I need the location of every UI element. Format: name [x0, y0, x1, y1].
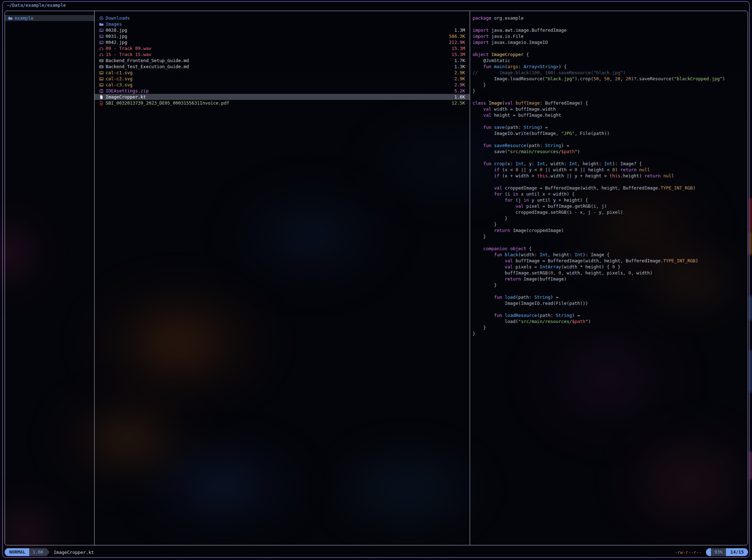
file-name: 09 - Track 09.wav	[106, 45, 447, 51]
file-row[interactable]: 09 - Track 09.wav15.3M	[95, 45, 470, 51]
code-line: }	[473, 233, 746, 239]
file-row[interactable]: ImageCropper.kt1.6K	[95, 94, 470, 100]
code-line: val buffImage = BufferedImage(width, hei…	[473, 258, 746, 264]
preview-pane[interactable]: package org.example import java.awt.imag…	[470, 11, 748, 545]
file-name: 15 - Track 15.wav	[106, 51, 447, 57]
code-line	[473, 306, 746, 312]
file-size: 15.3M	[451, 51, 465, 57]
file-name: ImageCropper.kt	[106, 94, 450, 100]
file-row[interactable]: IDEAsettings.zip5.2K	[95, 88, 470, 94]
code-line: return Image(buffImage)	[473, 276, 746, 282]
file-row[interactable]: Backend_Test_Execution_Guide.md1.3K	[95, 64, 470, 70]
file-name: 0031.jpg	[106, 33, 445, 39]
file-name: cal-c3.svg	[106, 82, 450, 88]
code-line: }	[473, 215, 746, 221]
permissions-text: -rw-r--r--	[675, 550, 702, 555]
file-name: Downloads	[106, 15, 465, 21]
status-right: -rw-r--r-- 93% 14/15	[675, 548, 748, 556]
code-line: return Image(croppedImage)	[473, 227, 746, 233]
code-line: for (j in y until y + height) {	[473, 197, 746, 203]
status-left: NORMAL 1.6K ImageCropper.kt	[5, 548, 94, 556]
pdf-icon	[99, 101, 104, 105]
file-size: 1.6K	[454, 94, 465, 100]
file-name: cal-c2.svg	[106, 76, 450, 82]
audio-icon	[99, 52, 104, 57]
file-row[interactable]: Images	[95, 21, 470, 27]
file-row[interactable]: Backend_Frontend_Setup_Guide.md1.7K	[95, 57, 470, 64]
folder-icon	[8, 16, 12, 20]
code-line: save("src/main/resources/$path")	[473, 148, 746, 155]
file-row[interactable]: SBI_0032013739_2023_DE05_0003155631Invoi…	[95, 100, 470, 106]
code-line: }	[473, 82, 746, 88]
image-icon	[99, 77, 104, 81]
code-line: object ImageCropper {	[473, 51, 746, 57]
file-size: 1.3M	[454, 27, 465, 33]
code-line: val width = buffImage.width	[473, 106, 746, 112]
file-size: 15.3M	[451, 45, 465, 51]
file-row[interactable]: example	[5, 15, 94, 21]
mode-badge: NORMAL	[5, 548, 29, 556]
file-name: SBI_0032013739_2023_DE05_0003155631Invoi…	[106, 100, 447, 106]
file-size: 1.3K	[454, 64, 465, 70]
image-icon	[99, 83, 104, 87]
code-line: val height = buffImage.height	[473, 112, 746, 118]
file-row[interactable]: 0028.jpg1.3M	[95, 27, 470, 33]
file-size: 5.2K	[454, 88, 465, 94]
code-line: package org.example	[473, 15, 746, 21]
file-name: IDEAsettings.zip	[106, 88, 450, 94]
code-line: }	[473, 282, 746, 288]
image-icon	[99, 71, 104, 75]
file-row[interactable]: 0042.jpg212.9K	[95, 39, 470, 45]
file-size: 12.5K	[451, 100, 465, 106]
code-line: }	[473, 221, 746, 227]
status-bar: NORMAL 1.6K ImageCropper.kt -rw-r--r-- 9…	[5, 548, 748, 556]
code-line: ImageIO.write(buffImage, "JPG", File(pat…	[473, 130, 746, 136]
file-row[interactable]: cal-c1.svg2.9K	[95, 70, 470, 76]
markdown-icon	[99, 59, 104, 63]
markdown-icon	[99, 65, 104, 69]
code-line: fun main(args: Array<String>) {	[473, 64, 746, 70]
file-size: 2.9K	[454, 70, 465, 76]
file-size-badge: 1.6K	[29, 548, 46, 556]
code-line: import java.io.File	[473, 33, 746, 39]
code-line: if (x < 0 || y < 0 || width < 0 || heigh…	[473, 167, 746, 173]
file-row[interactable]: Downloads	[95, 15, 470, 21]
file-list-pane[interactable]: DownloadsImages0028.jpg1.3M0031.jpg586.3…	[94, 11, 470, 545]
code-line: fun crop(x: Int, y: Int, width: Int, hei…	[473, 161, 746, 167]
code-line	[473, 118, 746, 124]
code-line: fun save(path: String) =	[473, 124, 746, 130]
code-line	[473, 136, 746, 142]
file-size: 2.9K	[454, 82, 465, 88]
file-size: 2.9K	[454, 76, 465, 82]
code-line: val croppedImage = BufferedImage(width, …	[473, 185, 746, 191]
powerline-arrow-icon	[46, 548, 50, 556]
code-line: import java.awt.image.BufferedImage	[473, 27, 746, 33]
code-line	[473, 155, 746, 161]
code-line: Image(ImageIO.read(File(path)))	[473, 300, 746, 306]
image-icon	[99, 28, 104, 32]
code-line: // Image.black(100, 100).saveResource("b…	[473, 70, 746, 76]
file-row[interactable]: 0031.jpg586.3K	[95, 33, 470, 39]
window-title: ~/Data/example/example	[7, 2, 66, 8]
file-name: 0028.jpg	[106, 27, 450, 33]
code-line	[473, 45, 746, 51]
code-line: import javax.imageio.ImageIO	[473, 39, 746, 45]
code-line: Image.loadResource("black.jpg").crop(50,…	[473, 76, 746, 82]
code-line: val pixels = IntArray(width * height) { …	[473, 264, 746, 270]
zip-icon	[99, 89, 104, 93]
code-line: load("src/main/resources/$path")	[473, 318, 746, 324]
file-size: 212.9K	[449, 39, 465, 45]
cursor-position-badge: 14/15	[726, 548, 748, 556]
powerline-cap-icon	[706, 548, 711, 556]
file-size: 586.3K	[449, 33, 465, 39]
code-line: }	[473, 88, 746, 94]
scroll-percent-badge: 93%	[711, 548, 726, 556]
file-row[interactable]: cal-c3.svg2.9K	[95, 82, 470, 88]
parent-pane[interactable]: example	[5, 11, 94, 545]
code-line: val pixel = buffImage.getRGB(i, j)	[473, 203, 746, 209]
file-name: Images	[106, 21, 465, 27]
file-row[interactable]: 15 - Track 15.wav15.3M	[95, 51, 470, 57]
folder-icon	[99, 22, 104, 26]
file-row[interactable]: cal-c2.svg2.9K	[95, 76, 470, 82]
code-line: }	[473, 331, 746, 337]
